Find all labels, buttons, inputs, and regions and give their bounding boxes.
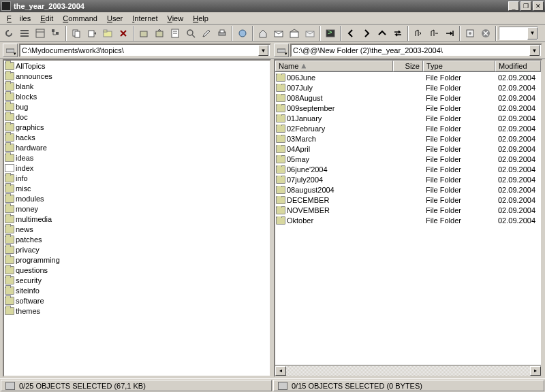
list-item[interactable]: questions bbox=[4, 265, 270, 275]
table-row[interactable]: 08august2004File Folder02.09.2004 bbox=[275, 184, 541, 195]
list-item[interactable]: bug bbox=[4, 101, 270, 112]
menu-edit[interactable]: Edit bbox=[36, 14, 57, 23]
toolbar-combo[interactable]: ▼ bbox=[499, 27, 538, 40]
table-row[interactable]: NOVEMBERFile Folder02.09.2004 bbox=[275, 205, 541, 215]
list-item[interactable]: news bbox=[4, 224, 270, 234]
edit-icon[interactable] bbox=[199, 26, 214, 41]
scroll-right-icon[interactable]: ▸ bbox=[530, 366, 541, 376]
table-row[interactable]: 01JanuaryFile Folder02.09.2004 bbox=[275, 113, 541, 123]
left-drive-button[interactable] bbox=[3, 44, 18, 57]
list-item[interactable]: money bbox=[4, 203, 270, 214]
print-icon[interactable] bbox=[215, 26, 230, 41]
menu-view[interactable]: View bbox=[164, 14, 188, 23]
folder-icon bbox=[5, 103, 14, 111]
right-file-list[interactable]: 006JuneFile Folder02.09.2004007JulyFile … bbox=[275, 72, 541, 376]
nav-root2-icon[interactable] bbox=[426, 26, 441, 41]
options-icon[interactable] bbox=[463, 26, 478, 41]
menu-command[interactable]: Command bbox=[59, 14, 102, 23]
list-item[interactable]: hacks bbox=[4, 132, 270, 142]
unpack-icon[interactable] bbox=[152, 26, 167, 41]
table-row[interactable]: OktoberFile Folder02.09.2004 bbox=[275, 215, 541, 225]
nav-root1-icon[interactable] bbox=[411, 26, 426, 41]
table-row[interactable]: 05mayFile Folder02.09.2004 bbox=[275, 154, 541, 164]
table-row[interactable]: DECEMBERFile Folder02.09.2004 bbox=[275, 195, 541, 205]
list-item[interactable]: siteinfo bbox=[4, 285, 270, 295]
list-item[interactable]: software bbox=[4, 295, 270, 306]
move-icon[interactable] bbox=[84, 26, 99, 41]
left-path-combo[interactable]: C:\Mydocuments\work3\topics\ ▼ bbox=[19, 44, 271, 57]
list-item[interactable]: multimedia bbox=[4, 214, 270, 224]
menu-help[interactable]: Help bbox=[189, 14, 213, 23]
pack-icon[interactable] bbox=[136, 26, 151, 41]
minimize-button[interactable]: _ bbox=[508, 1, 519, 11]
list-item[interactable]: programming bbox=[4, 255, 270, 265]
col-modified[interactable]: Modified bbox=[495, 61, 541, 71]
tree-view-icon[interactable] bbox=[48, 26, 63, 41]
cell-modified: 02.09.2004 bbox=[495, 135, 541, 143]
refresh-icon[interactable] bbox=[1, 26, 16, 41]
right-h-scrollbar[interactable]: ◂ ▸ bbox=[275, 365, 541, 376]
mail-send-icon[interactable] bbox=[302, 26, 317, 41]
chevron-down-icon[interactable]: ▼ bbox=[529, 45, 540, 56]
maximize-button[interactable]: ❐ bbox=[520, 1, 531, 11]
home-icon[interactable] bbox=[255, 26, 270, 41]
table-row[interactable]: 07july2004File Folder02.09.2004 bbox=[275, 174, 541, 184]
menu-files[interactable]: Files bbox=[3, 14, 35, 23]
nav-target-icon[interactable] bbox=[442, 26, 457, 41]
chevron-down-icon[interactable]: ▼ bbox=[258, 45, 268, 56]
svg-point-21 bbox=[239, 30, 246, 37]
nav-forward-icon[interactable] bbox=[359, 26, 374, 41]
nav-up-icon[interactable] bbox=[375, 26, 390, 41]
table-row[interactable]: 008AugustFile Folder02.09.2004 bbox=[275, 93, 541, 103]
table-row[interactable]: 06june'2004File Folder02.09.2004 bbox=[275, 164, 541, 174]
terminal-icon[interactable]: > bbox=[323, 26, 338, 41]
view-details-icon[interactable] bbox=[33, 26, 48, 41]
list-item[interactable]: patches bbox=[4, 234, 270, 244]
right-drive-button[interactable] bbox=[274, 44, 289, 57]
list-item[interactable]: info bbox=[4, 173, 270, 183]
list-item[interactable]: doc bbox=[4, 112, 270, 122]
list-item[interactable]: AllTopics bbox=[4, 61, 270, 71]
list-item[interactable]: announces bbox=[4, 71, 270, 81]
table-row[interactable]: 007JulyFile Folder02.09.2004 bbox=[275, 82, 541, 93]
copy-icon[interactable] bbox=[69, 26, 84, 41]
right-path-combo[interactable]: C:\@@\New Folder (2)\the_year_2003-2004\… bbox=[290, 44, 542, 57]
list-item[interactable]: modules bbox=[4, 193, 270, 203]
nav-back-icon[interactable] bbox=[343, 26, 358, 41]
list-item[interactable]: graphics bbox=[4, 122, 270, 132]
file-icon bbox=[5, 164, 14, 172]
col-type[interactable]: Type bbox=[423, 61, 495, 71]
nav-swap-icon[interactable] bbox=[390, 26, 405, 41]
list-item[interactable]: privacy bbox=[4, 244, 270, 255]
scroll-track[interactable] bbox=[286, 366, 530, 376]
table-row[interactable]: 009septemberFile Folder02.09.2004 bbox=[275, 103, 541, 113]
close-button[interactable]: ✕ bbox=[533, 1, 544, 11]
mail-open-icon[interactable] bbox=[287, 26, 302, 41]
delete-icon[interactable] bbox=[116, 26, 131, 41]
stop-icon[interactable] bbox=[478, 26, 493, 41]
ftp-connect-icon[interactable] bbox=[235, 26, 250, 41]
properties-icon[interactable] bbox=[168, 26, 183, 41]
table-row[interactable]: 02FebruaryFile Folder02.09.2004 bbox=[275, 123, 541, 133]
new-folder-icon[interactable] bbox=[100, 26, 115, 41]
view-list-icon[interactable] bbox=[17, 26, 32, 41]
list-item[interactable]: ideas bbox=[4, 152, 270, 163]
col-name[interactable]: Name bbox=[275, 61, 393, 71]
scroll-left-icon[interactable]: ◂ bbox=[275, 366, 286, 376]
list-item[interactable]: security bbox=[4, 275, 270, 285]
menu-user[interactable]: User bbox=[103, 14, 127, 23]
menu-internet[interactable]: Internet bbox=[128, 14, 161, 23]
list-item[interactable]: themes bbox=[4, 306, 270, 316]
left-file-list[interactable]: AllTopicsannouncesblankblocksbugdocgraph… bbox=[4, 61, 270, 376]
list-item[interactable]: index bbox=[4, 163, 270, 173]
list-item[interactable]: blocks bbox=[4, 91, 270, 101]
search-icon[interactable] bbox=[183, 26, 198, 41]
table-row[interactable]: 006JuneFile Folder02.09.2004 bbox=[275, 72, 541, 82]
col-size[interactable]: Size bbox=[393, 61, 423, 71]
list-item[interactable]: misc bbox=[4, 183, 270, 193]
table-row[interactable]: 03MarchFile Folder02.09.2004 bbox=[275, 133, 541, 144]
mail-get-icon[interactable] bbox=[271, 26, 286, 41]
list-item[interactable]: hardware bbox=[4, 142, 270, 152]
list-item[interactable]: blank bbox=[4, 81, 270, 91]
table-row[interactable]: 04AprilFile Folder02.09.2004 bbox=[275, 144, 541, 154]
